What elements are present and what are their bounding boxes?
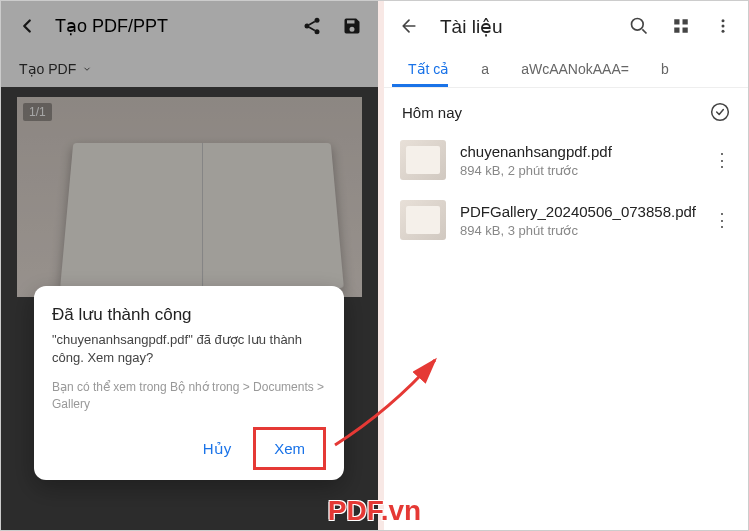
- search-icon[interactable]: [628, 15, 650, 37]
- more-icon[interactable]: [712, 15, 734, 37]
- section-header: Hôm nay: [384, 88, 748, 130]
- file-meta: 894 kB, 2 phút trước: [460, 163, 698, 178]
- filter-tabs: Tất cả a aWcAANokAAA= b: [384, 51, 748, 88]
- svg-point-8: [722, 19, 725, 22]
- svg-point-3: [632, 19, 644, 31]
- svg-point-10: [722, 30, 725, 33]
- documents-screen: Tài liệu Tất cả a aWcAANokAAA= b Hôm nay: [378, 1, 748, 530]
- watermark: PDF.vn: [328, 495, 421, 527]
- svg-rect-4: [674, 19, 679, 24]
- pdf-creator-screen: Tạo PDF/PPT Tạo PDF 1/1 Đã lưu thành côn…: [1, 1, 378, 530]
- select-mode-icon[interactable]: [710, 102, 730, 122]
- tab-all[interactable]: Tất cả: [392, 51, 465, 87]
- file-meta: 894 kB, 3 phút trước: [460, 223, 698, 238]
- file-more-icon[interactable]: ⋮: [712, 149, 732, 171]
- dialog-title: Đã lưu thành công: [52, 304, 326, 325]
- file-thumbnail: [400, 200, 446, 240]
- file-name: chuyenanhsangpdf.pdf: [460, 142, 698, 162]
- file-list: chuyenanhsangpdf.pdf 894 kB, 2 phút trướ…: [384, 130, 748, 250]
- right-title: Tài liệu: [440, 15, 608, 38]
- cancel-button[interactable]: Hủy: [185, 427, 249, 470]
- svg-rect-5: [683, 19, 688, 24]
- svg-point-11: [712, 104, 729, 121]
- file-name: PDFGallery_20240506_073858.pdf: [460, 202, 698, 222]
- tab-b[interactable]: b: [645, 51, 685, 87]
- svg-rect-7: [683, 28, 688, 33]
- file-item[interactable]: chuyenanhsangpdf.pdf 894 kB, 2 phút trướ…: [392, 130, 740, 190]
- file-more-icon[interactable]: ⋮: [712, 209, 732, 231]
- tab-indicator: [392, 84, 448, 87]
- back-icon[interactable]: [398, 15, 420, 37]
- save-success-dialog: Đã lưu thành công "chuyenanhsangpdf.pdf"…: [34, 286, 344, 480]
- dialog-message: "chuyenanhsangpdf.pdf" đã được lưu thành…: [52, 331, 326, 367]
- file-thumbnail: [400, 140, 446, 180]
- right-header: Tài liệu: [384, 1, 748, 51]
- dialog-hint: Bạn có thể xem trong Bộ nhớ trong > Docu…: [52, 379, 326, 413]
- view-button[interactable]: Xem: [253, 427, 326, 470]
- file-item[interactable]: PDFGallery_20240506_073858.pdf 894 kB, 3…: [392, 190, 740, 250]
- section-title: Hôm nay: [402, 104, 462, 121]
- tab-encoded[interactable]: aWcAANokAAA=: [505, 51, 645, 87]
- svg-rect-6: [674, 28, 679, 33]
- svg-point-9: [722, 25, 725, 28]
- tab-a[interactable]: a: [465, 51, 505, 87]
- grid-view-icon[interactable]: [670, 15, 692, 37]
